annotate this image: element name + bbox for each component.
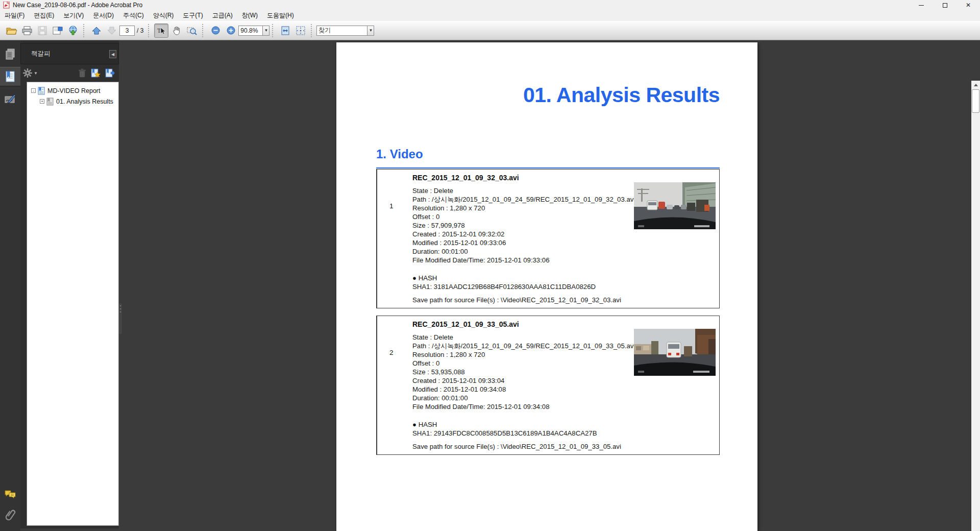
loupe-icon: [187, 26, 197, 35]
menu-window[interactable]: 창(W): [237, 10, 262, 21]
comments-panel-button[interactable]: [0, 485, 20, 504]
document-send-icon: [52, 26, 63, 35]
bookmarks-panel: 책갈피 ◀ ▼: [20, 40, 119, 528]
globe-upload-icon: [67, 26, 79, 36]
pages-icon: [5, 48, 16, 60]
scrollbar-thumb[interactable]: [972, 89, 979, 113]
trash-icon: [78, 68, 86, 78]
new-bookmark-button[interactable]: [90, 68, 101, 78]
document-title: 01. Analysis Results: [376, 83, 720, 107]
gear-caret-icon: ▼: [34, 71, 38, 76]
video-thumbnail-1: [634, 182, 716, 229]
hand-icon: [172, 26, 181, 35]
menu-forms[interactable]: 양식(R): [149, 10, 179, 21]
toolbar: / 3 T ▼: [0, 21, 980, 40]
entry-index: 2: [389, 349, 394, 356]
entry-created: Created : 2015-12-01 09:33:04: [412, 376, 637, 385]
close-button[interactable]: ✕: [957, 0, 980, 10]
entry-size: Size : 53,935,088: [412, 368, 637, 376]
maximize-button[interactable]: [933, 0, 957, 10]
bookmark-item-md-video-report[interactable]: - MD-VIDEO Report: [27, 85, 118, 96]
zoom-out-button[interactable]: [208, 23, 223, 38]
entry-path: Path : /상시녹화/2015_12_01_09_24_59/REC_201…: [412, 342, 637, 350]
printer-icon: [22, 26, 32, 35]
menu-bar: 파일(F) 편집(E) 보기(V) 문서(D) 주석(C) 양식(R) 도구(T…: [0, 10, 980, 21]
menu-comments[interactable]: 주석(C): [118, 10, 149, 21]
signatures-panel-button[interactable]: [0, 89, 20, 109]
save-button[interactable]: [35, 23, 50, 38]
collapse-panel-button[interactable]: ◀: [109, 50, 116, 58]
bookmarks-panel-title: 책갈피: [31, 50, 51, 58]
entry-path: Path : /상시녹화/2015_12_01_09_24_59/REC_201…: [412, 195, 637, 204]
entry-file-modified: File Modified Date/Time: 2015-12-01 09:3…: [412, 256, 637, 264]
fit-width-button[interactable]: [278, 23, 292, 38]
next-page-button[interactable]: [105, 23, 119, 38]
bookmarks-tree: - MD-VIDEO Report + 01. Analysis Results: [27, 82, 119, 526]
pages-panel-button[interactable]: [0, 44, 20, 64]
bookmark-label[interactable]: 01. Analysis Results: [56, 98, 113, 105]
comments-icon: [4, 490, 16, 500]
menu-edit[interactable]: 편집(E): [29, 10, 59, 21]
entry-filename: REC_2015_12_01_09_33_05.avi: [412, 320, 637, 328]
menu-view[interactable]: 보기(V): [59, 10, 88, 21]
entry-duration: Duration: 00:01:00: [412, 247, 637, 256]
previous-page-button[interactable]: [89, 23, 104, 38]
expand-bookmark-button[interactable]: [105, 68, 115, 78]
video-entry-1: 1 REC_2015_12_01_09_32_03.avi State : De…: [376, 169, 720, 308]
paperclip-icon: [5, 509, 16, 521]
entry-resolution: Resolution : 1,280 x 720: [412, 350, 637, 359]
window-title: New Case_2019-08-06.pdf - Adobe Acrobat …: [13, 2, 142, 9]
zoom-in-button[interactable]: [224, 23, 238, 38]
up-arrow-icon: [92, 27, 101, 35]
pdf-app-icon: [3, 2, 10, 9]
bookmarks-panel-button[interactable]: [0, 67, 20, 86]
bookmarks-icon: [5, 70, 16, 83]
print-button[interactable]: [20, 23, 34, 38]
entry-modified: Modified : 2015-12-01 09:34:08: [412, 385, 637, 394]
entry-filename: REC_2015_12_01_09_32_03.avi: [412, 174, 637, 182]
fit-page-button[interactable]: [293, 23, 308, 38]
marquee-zoom-button[interactable]: [185, 23, 199, 38]
entry-state: State : Delete: [412, 333, 637, 342]
menu-document[interactable]: 문서(D): [88, 10, 118, 21]
entry-duration: Duration: 00:01:00: [412, 394, 637, 402]
minimize-button[interactable]: [910, 0, 933, 10]
email-button[interactable]: [51, 23, 65, 38]
video-thumbnail-2: [634, 329, 716, 376]
hash-heading: ● HASH: [412, 420, 637, 429]
bookmark-item-analysis-results[interactable]: + 01. Analysis Results: [27, 96, 118, 107]
bookmark-goto-icon: [105, 68, 115, 78]
panel-resize-handle[interactable]: [119, 303, 122, 334]
attachments-panel-button[interactable]: [0, 505, 20, 525]
gear-icon: [22, 68, 33, 78]
menu-advanced[interactable]: 고급(A): [208, 10, 237, 21]
find-input[interactable]: [316, 26, 368, 36]
bookmark-options-button[interactable]: ▼: [22, 68, 38, 78]
find-dropdown-caret[interactable]: ▼: [368, 26, 374, 36]
menu-file[interactable]: 파일(F): [0, 10, 29, 21]
entry-offset: Offset : 0: [412, 359, 637, 368]
page-number-input[interactable]: [119, 26, 135, 36]
open-button[interactable]: [5, 23, 19, 38]
sha1-value: SHA1: 3181AADC129B68B4F0128630AAA81C11DB…: [412, 282, 637, 291]
zoom-level-input[interactable]: [238, 26, 263, 36]
select-cursor-icon: T: [157, 26, 166, 35]
navigation-strip: [0, 40, 20, 531]
minus-circle-icon: [211, 26, 220, 35]
title-bar: New Case_2019-08-06.pdf - Adobe Acrobat …: [0, 0, 980, 10]
share-button[interactable]: [66, 23, 80, 38]
main-area: 책갈피 ◀ ▼: [0, 40, 980, 531]
vertical-scrollbar[interactable]: [971, 81, 980, 531]
bookmark-page-icon: [38, 87, 45, 95]
menu-tools[interactable]: 도구(T): [178, 10, 207, 21]
hand-tool-button[interactable]: [169, 23, 184, 38]
menu-help[interactable]: 도움말(H): [262, 10, 299, 21]
scroll-up-button[interactable]: [971, 81, 980, 89]
collapse-expander-icon[interactable]: -: [31, 88, 36, 93]
expand-expander-icon[interactable]: +: [40, 99, 44, 104]
bookmark-label[interactable]: MD-VIDEO Report: [47, 87, 101, 94]
select-tool-button[interactable]: T: [154, 23, 168, 38]
delete-bookmark-button[interactable]: [78, 68, 86, 78]
video-entry-2: 2 REC_2015_12_01_09_33_05.avi State : De…: [376, 316, 720, 455]
zoom-dropdown-caret[interactable]: ▼: [263, 26, 270, 36]
